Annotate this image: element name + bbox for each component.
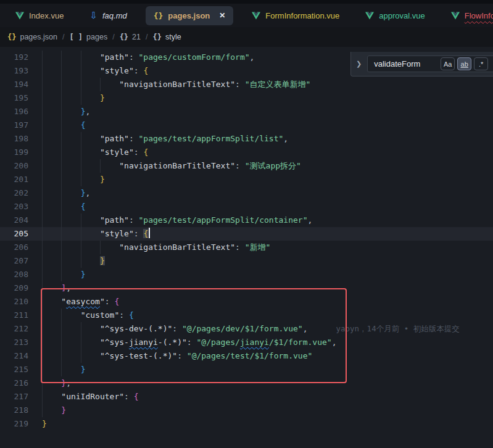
code-line-207[interactable]: 207 } xyxy=(0,254,493,268)
tab-approval-vue[interactable]: approval.vue xyxy=(352,4,437,27)
code-line-194[interactable]: 194 "navigationBarTitleText": "自定义表单新增" xyxy=(0,78,493,91)
line-number: 200 xyxy=(0,159,28,173)
tab-faq-md[interactable]: ⇩faq.md xyxy=(77,4,139,27)
tab-index-vue[interactable]: Index.vue xyxy=(2,4,77,27)
code-token: : xyxy=(134,229,144,238)
code-token: : xyxy=(119,310,129,320)
line-content: "^sys-jianyi-(.*)": "@/pages/jianyi/$1/f… xyxy=(42,336,493,349)
regex-toggle[interactable]: .* xyxy=(474,57,488,70)
code-token: } xyxy=(61,378,66,388)
code-line-211[interactable]: 211 "custom": { xyxy=(0,309,493,322)
tab-label: Index.vue xyxy=(29,11,64,20)
breadcrumb-item-style[interactable]: {}style xyxy=(151,33,182,41)
code-token: "@/pages/dev/$1/form.vue" xyxy=(182,324,303,333)
code-token: "path" xyxy=(100,215,129,225)
code-token: "^sys-dev-(.*)" xyxy=(100,324,172,333)
line-number: 198 xyxy=(0,132,28,146)
code-line-210[interactable]: 210 "easycom": { xyxy=(0,295,493,309)
line-content: "style": { xyxy=(42,146,493,159)
code-token: , xyxy=(66,378,71,388)
code-line-206[interactable]: 206 "navigationBarTitleText": "新增" xyxy=(0,241,493,254)
code-line-216[interactable]: 216 }, xyxy=(0,376,493,390)
breadcrumb-separator: / xyxy=(142,33,151,41)
code-line-205[interactable]: 205 "style": { xyxy=(0,227,493,241)
line-content: } xyxy=(42,268,493,281)
code-line-196[interactable]: 196 }, xyxy=(0,105,493,118)
whole-word-label: ab xyxy=(461,60,468,68)
code-line-219[interactable]: 219} xyxy=(0,417,493,431)
line-content: } xyxy=(42,404,493,417)
code-line-213[interactable]: 213 "^sys-jianyi-(.*)": "@/pages/jianyi/… xyxy=(0,336,493,349)
line-number: 213 xyxy=(0,336,28,349)
breadcrumb-label: pages xyxy=(86,33,107,41)
whole-word-toggle[interactable]: ab xyxy=(457,57,471,70)
markdown-download-icon: ⇩ xyxy=(89,10,97,21)
find-input[interactable] xyxy=(374,59,438,68)
tab-flowinfo-vu[interactable]: FlowInfo.vu xyxy=(438,4,493,27)
line-content: "^sys-dev-(.*)": "@/pages/dev/$1/form.vu… xyxy=(42,322,493,336)
line-content: "navigationBarTitleText": "测试app拆分" xyxy=(42,159,493,173)
code-token: , xyxy=(85,188,90,197)
code-token: : xyxy=(177,351,187,360)
code-line-218[interactable]: 218 } xyxy=(0,404,493,417)
line-number: 205 xyxy=(0,227,28,241)
tab-forminformation-vue[interactable]: FormInformation.vue xyxy=(239,4,352,27)
code-line-198[interactable]: 198 "path": "pages/test/appFormSplit/lis… xyxy=(0,132,493,146)
code-line-212[interactable]: 212 "^sys-dev-(.*)": "@/pages/dev/$1/for… xyxy=(0,322,493,336)
line-content: }, xyxy=(42,376,493,390)
code-line-202[interactable]: 202 }, xyxy=(0,186,493,200)
code-token: } xyxy=(81,270,86,279)
match-case-toggle[interactable]: Aa xyxy=(441,57,455,70)
code-line-214[interactable]: 214 "^sys-test-(.*)": "@/pages/test/$1/f… xyxy=(0,349,493,363)
code-line-217[interactable]: 217 "uniIdRouter": { xyxy=(0,390,493,404)
code-line-197[interactable]: 197 { xyxy=(0,118,493,132)
code-line-203[interactable]: 203 { xyxy=(0,200,493,214)
code-token: { xyxy=(81,202,86,211)
line-number: 210 xyxy=(0,295,28,309)
code-token: "测试app拆分" xyxy=(245,161,301,170)
code-token: ] xyxy=(61,283,66,292)
line-content: "custom": { xyxy=(42,309,493,322)
close-tab-icon[interactable]: ✕ xyxy=(219,11,225,20)
code-line-215[interactable]: 215 } xyxy=(0,363,493,376)
line-content: "easycom": { xyxy=(42,295,493,309)
code-token: "style" xyxy=(100,147,134,157)
code-token: "^sys- xyxy=(100,338,129,347)
line-number: 217 xyxy=(0,390,28,404)
code-line-208[interactable]: 208 } xyxy=(0,268,493,281)
line-number: 199 xyxy=(0,146,28,159)
code-line-199[interactable]: 199 "style": { xyxy=(0,146,493,159)
code-line-209[interactable]: 209 ], xyxy=(0,281,493,295)
code-token: "style" xyxy=(100,229,134,238)
code-token: : xyxy=(134,147,144,157)
breadcrumb-item-pages-json[interactable]: {}pages.json xyxy=(6,33,59,41)
vue-icon xyxy=(252,12,260,20)
code-token: : xyxy=(129,134,139,143)
toggle-replace-chevron-icon[interactable]: ❯ xyxy=(356,60,362,68)
code-token: : xyxy=(124,392,134,401)
json-braces-icon: {} xyxy=(154,11,164,20)
tab-bar: Index.vue⇩faq.md{}pages.json✕FormInforma… xyxy=(0,0,493,27)
code-area: 192 "path": "pages/customForm/form",193 … xyxy=(0,51,493,431)
code-line-200[interactable]: 200 "navigationBarTitleText": "测试app拆分" xyxy=(0,159,493,173)
line-number: 216 xyxy=(0,376,28,390)
breadcrumb-item-pages[interactable]: [ ]pages xyxy=(68,33,109,41)
code-line-195[interactable]: 195 } xyxy=(0,91,493,105)
line-number: 194 xyxy=(0,78,28,91)
code-token: "style" xyxy=(100,66,134,75)
find-widget: ❯ Aa ab .* xyxy=(350,52,493,77)
code-token: "pages/customForm/form" xyxy=(139,52,250,62)
line-number: 196 xyxy=(0,105,28,118)
code-token: , xyxy=(283,134,288,143)
code-token: "@/pages/ xyxy=(196,338,239,347)
tab-pages-json[interactable]: {}pages.json✕ xyxy=(146,6,234,25)
line-content: } xyxy=(42,173,493,186)
code-token: : xyxy=(187,338,197,347)
breadcrumb-label: 21 xyxy=(132,33,141,41)
code-line-201[interactable]: 201 } xyxy=(0,173,493,186)
line-content: } xyxy=(42,91,493,105)
breadcrumb-item-21[interactable]: {}21 xyxy=(118,33,142,41)
code-token: { xyxy=(129,310,134,320)
line-content: "uniIdRouter": { xyxy=(42,390,493,404)
code-line-204[interactable]: 204 "path": "pages/test/appFormSplit/con… xyxy=(0,214,493,227)
